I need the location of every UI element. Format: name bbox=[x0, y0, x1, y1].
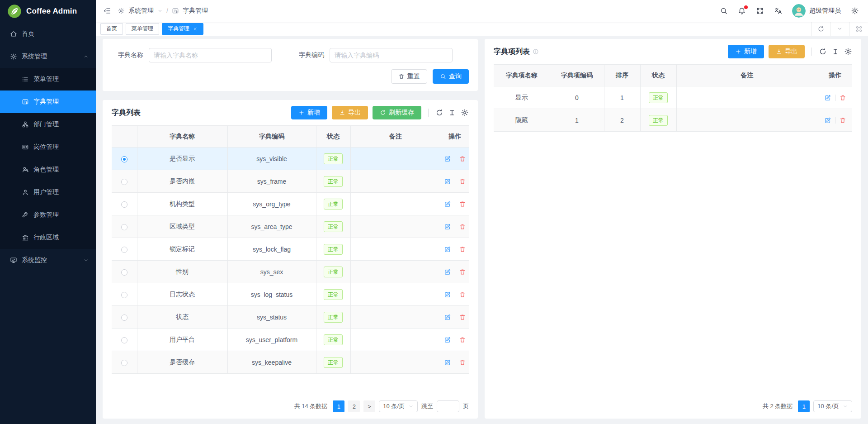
refresh-table-icon[interactable] bbox=[819, 48, 827, 56]
row-radio[interactable] bbox=[121, 337, 127, 343]
user-menu[interactable]: 超级管理员 bbox=[792, 4, 841, 18]
row-radio[interactable] bbox=[121, 179, 127, 185]
page-size-select[interactable]: 10 条/页 bbox=[813, 400, 852, 412]
jump-to-input[interactable] bbox=[437, 400, 459, 412]
refresh-cache-button[interactable]: 刷新缓存 bbox=[373, 106, 421, 119]
delete-icon[interactable] bbox=[839, 117, 846, 124]
tab-actions-chevron-icon[interactable] bbox=[830, 22, 849, 36]
bell-icon[interactable] bbox=[738, 7, 746, 15]
sidebar-item-system-management[interactable]: 系统管理 bbox=[0, 45, 96, 68]
dict-row-sys_keepalive[interactable]: 是否缓存sys_keepalive正常 bbox=[112, 351, 469, 374]
edit-icon[interactable] bbox=[444, 200, 451, 208]
row-radio[interactable] bbox=[121, 201, 127, 208]
row-radio[interactable] bbox=[121, 292, 127, 298]
settings-gear-icon[interactable] bbox=[851, 7, 859, 15]
edit-icon[interactable] bbox=[444, 359, 451, 366]
next-page-button[interactable]: > bbox=[363, 400, 375, 412]
row-radio[interactable] bbox=[121, 314, 127, 321]
sidebar-item-post-management[interactable]: 岗位管理 bbox=[0, 136, 96, 158]
sidebar-item-system-monitor[interactable]: 系统监控 bbox=[0, 249, 96, 272]
delete-icon[interactable] bbox=[459, 268, 466, 276]
info-icon[interactable] bbox=[533, 48, 539, 55]
sidebar-item-label: 岗位管理 bbox=[33, 143, 59, 151]
delete-icon[interactable] bbox=[459, 223, 466, 230]
edit-icon[interactable] bbox=[824, 117, 831, 124]
row-radio[interactable] bbox=[121, 360, 127, 366]
row-radio[interactable] bbox=[121, 269, 127, 276]
query-button[interactable]: 查询 bbox=[433, 69, 469, 84]
edit-icon[interactable] bbox=[444, 314, 451, 321]
chevron-down-icon[interactable] bbox=[157, 8, 163, 14]
close-icon[interactable] bbox=[193, 27, 198, 31]
add-dict-button[interactable]: 新增 bbox=[291, 106, 327, 119]
delete-icon[interactable] bbox=[459, 200, 466, 208]
fullscreen-icon[interactable] bbox=[756, 7, 764, 15]
sidebar-collapse-icon[interactable] bbox=[103, 7, 111, 15]
dict-row-sys_status[interactable]: 状态sys_status正常 bbox=[112, 306, 469, 329]
page-button-2[interactable]: 2 bbox=[348, 400, 360, 412]
dict-row-sys_area_type[interactable]: 区域类型sys_area_type正常 bbox=[112, 215, 469, 238]
dict-row-sys_visible[interactable]: 是否显示sys_visible正常 bbox=[112, 148, 469, 170]
refresh-table-icon[interactable] bbox=[435, 109, 443, 117]
edit-icon[interactable] bbox=[444, 178, 451, 185]
page-size-select[interactable]: 10 条/页 bbox=[379, 400, 418, 412]
translate-icon[interactable] bbox=[774, 7, 782, 15]
export-dict-button[interactable]: 导出 bbox=[332, 106, 368, 119]
cell-sort: 2 bbox=[604, 109, 640, 132]
row-radio[interactable] bbox=[121, 156, 127, 162]
dict-name-group: 字典名称 bbox=[112, 48, 272, 62]
maximize-content-icon[interactable] bbox=[849, 22, 868, 36]
delete-icon[interactable] bbox=[459, 336, 466, 343]
row-height-icon[interactable] bbox=[448, 109, 456, 117]
tab-dict-management[interactable]: 字典管理 bbox=[162, 23, 203, 35]
edit-icon[interactable] bbox=[824, 94, 831, 101]
edit-icon[interactable] bbox=[444, 155, 451, 162]
delete-icon[interactable] bbox=[459, 359, 466, 366]
dict-item-row-0[interactable]: 显示01正常 bbox=[494, 86, 852, 109]
breadcrumb-section[interactable]: 系统管理 bbox=[128, 7, 154, 15]
dict-row-sys_org_type[interactable]: 机构类型sys_org_type正常 bbox=[112, 193, 469, 215]
dict-row-sys_user_platform[interactable]: 用户平台sys_user_platform正常 bbox=[112, 329, 469, 351]
sidebar-item-user-management[interactable]: 用户管理 bbox=[0, 181, 96, 204]
page-button-1[interactable]: 1 bbox=[798, 400, 810, 412]
delete-icon[interactable] bbox=[459, 155, 466, 162]
delete-icon[interactable] bbox=[459, 314, 466, 321]
edit-icon[interactable] bbox=[444, 223, 451, 230]
search-icon[interactable] bbox=[720, 7, 728, 15]
row-height-icon[interactable] bbox=[831, 48, 840, 56]
edit-icon[interactable] bbox=[444, 291, 451, 298]
refresh-page-icon[interactable] bbox=[811, 22, 830, 36]
dict-row-sys_frame[interactable]: 是否内嵌sys_frame正常 bbox=[112, 170, 469, 193]
sidebar-item-param-management[interactable]: 参数管理 bbox=[0, 204, 96, 226]
sidebar-item-home[interactable]: 首页 bbox=[0, 23, 96, 45]
delete-icon[interactable] bbox=[459, 178, 466, 185]
page-button-1[interactable]: 1 bbox=[333, 400, 344, 412]
column-settings-icon[interactable] bbox=[844, 48, 852, 56]
delete-icon[interactable] bbox=[839, 94, 846, 101]
dict-item-row-1[interactable]: 隐藏12正常 bbox=[494, 109, 852, 132]
tab-home[interactable]: 首页 bbox=[100, 23, 123, 35]
row-radio[interactable] bbox=[121, 224, 127, 230]
sidebar-item-dept-management[interactable]: 部门管理 bbox=[0, 113, 96, 136]
edit-icon[interactable] bbox=[444, 268, 451, 276]
reset-button[interactable]: 重置 bbox=[391, 69, 427, 84]
dict-name-input[interactable] bbox=[149, 48, 272, 62]
add-dict-item-button[interactable]: 新增 bbox=[728, 45, 764, 58]
sidebar-item-admin-region[interactable]: 行政区域 bbox=[0, 226, 96, 249]
delete-icon[interactable] bbox=[459, 291, 466, 298]
dict-row-sys_lock_flag[interactable]: 锁定标记sys_lock_flag正常 bbox=[112, 238, 469, 261]
edit-icon[interactable] bbox=[444, 336, 451, 343]
sidebar-item-role-management[interactable]: 角色管理 bbox=[0, 158, 96, 181]
dict-code-input[interactable] bbox=[330, 48, 453, 62]
dict-row-sys_sex[interactable]: 性别sys_sex正常 bbox=[112, 261, 469, 283]
radio-cell bbox=[112, 306, 137, 329]
column-settings-icon[interactable] bbox=[461, 109, 469, 117]
row-radio[interactable] bbox=[121, 247, 127, 253]
dict-row-sys_log_status[interactable]: 日志状态sys_log_status正常 bbox=[112, 283, 469, 306]
export-dict-item-button[interactable]: 导出 bbox=[769, 45, 805, 58]
delete-icon[interactable] bbox=[459, 246, 466, 253]
sidebar-item-dict-management[interactable]: 字典管理 bbox=[0, 91, 96, 113]
tab-menu-management[interactable]: 菜单管理 bbox=[126, 23, 159, 35]
edit-icon[interactable] bbox=[444, 246, 451, 253]
sidebar-item-menu-management[interactable]: 菜单管理 bbox=[0, 68, 96, 91]
